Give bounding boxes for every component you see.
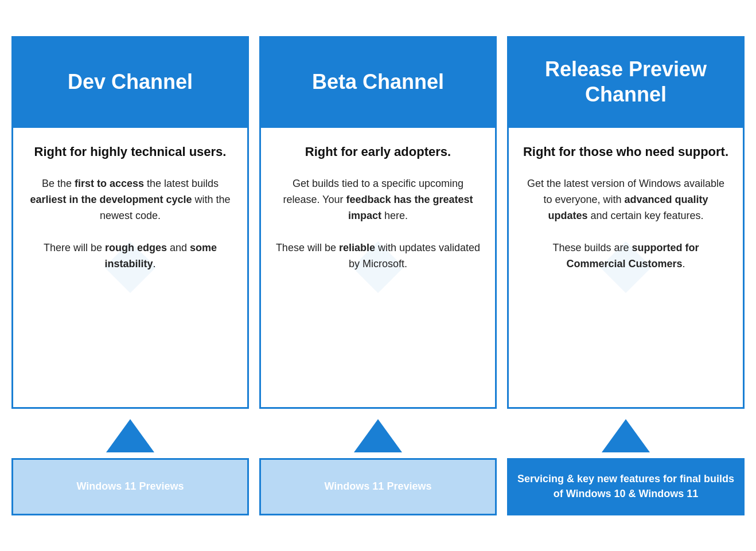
beta-tagline: Right for early adopters. [275,144,481,161]
dev-body: Right for highly technical users.Be the … [11,128,249,409]
beta-para-1: These will be reliable with updates vali… [275,240,481,272]
beta-para-0: Get builds tied to a specific upcoming r… [275,176,481,224]
column-beta: Beta ChannelRight for early adopters.Get… [259,36,497,515]
release-para-0: Get the latest version of Windows availa… [523,176,729,224]
dev-title: Dev Channel [68,69,193,94]
dev-arrow [11,409,249,458]
release-para-1: These builds are supported for Commercia… [523,240,729,272]
beta-header: Beta Channel [259,36,497,128]
dev-para-1: There will be rough edges and some insta… [27,240,233,272]
release-bottom-label: Servicing & key new features for final b… [517,472,735,501]
beta-body: Right for early adopters.Get builds tied… [259,128,497,409]
column-dev: Dev ChannelRight for highly technical us… [11,36,249,515]
release-header: Release Preview Channel [507,36,745,128]
beta-title: Beta Channel [312,69,444,94]
dev-bottom-box: Windows 11 Previews [11,458,249,515]
release-tagline: Right for those who need support. [523,144,729,161]
dev-bottom-label: Windows 11 Previews [77,479,184,494]
release-title: Release Preview Channel [519,57,732,106]
beta-bottom-box: Windows 11 Previews [259,458,497,515]
release-arrow [507,409,745,458]
column-release: Release Preview ChannelRight for those w… [507,36,745,515]
beta-arrow [259,409,497,458]
release-bottom-box: Servicing & key new features for final b… [507,458,745,515]
main-container: Dev ChannelRight for highly technical us… [11,36,745,515]
dev-header: Dev Channel [11,36,249,128]
release-body: Right for those who need support.Get the… [507,128,745,409]
dev-tagline: Right for highly technical users. [27,144,233,161]
dev-para-0: Be the first to access the latest builds… [27,176,233,224]
beta-bottom-label: Windows 11 Previews [325,479,432,494]
